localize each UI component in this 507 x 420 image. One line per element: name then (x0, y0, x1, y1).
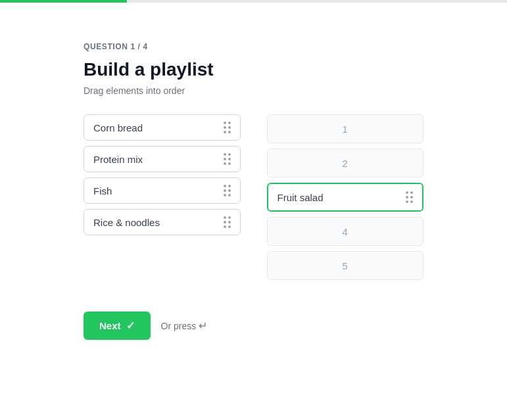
drag-item-label: Protein mix (93, 154, 143, 165)
source-list: Corn bread Protein mix Fish Rice & noodl… (84, 114, 241, 235)
main-content: QUESTION 1 / 4 Build a playlist Drag ele… (0, 3, 507, 379)
press-hint-text: Or press (161, 321, 197, 331)
target-slot-5[interactable]: 5 (267, 251, 424, 280)
drag-item-rice-noodles[interactable]: Rice & noodles (84, 209, 241, 235)
slot-number: 2 (343, 158, 348, 169)
drag-item-label: Fish (93, 185, 112, 197)
drag-item-label: Rice & noodles (93, 217, 160, 228)
progress-bar-fill (0, 0, 127, 3)
drag-handle-icon (224, 216, 231, 228)
slot-number: 5 (343, 260, 348, 271)
enter-icon: ↵ (199, 319, 207, 332)
drag-area: Corn bread Protein mix Fish Rice & noodl… (84, 114, 423, 280)
drag-item-corn-bread[interactable]: Corn bread (84, 114, 241, 141)
slot-number: 4 (343, 226, 348, 237)
next-section: Next ✓ Or press ↵ (84, 312, 423, 340)
target-slot-1[interactable]: 1 (267, 114, 424, 143)
check-icon: ✓ (126, 319, 135, 332)
drag-item-label: Corn bread (93, 122, 143, 133)
slot-number: 1 (343, 124, 348, 135)
drag-item-protein-mix[interactable]: Protein mix (84, 146, 241, 172)
question-title: Build a playlist (84, 59, 423, 80)
drag-handle-icon (406, 191, 413, 203)
target-slot-4[interactable]: 4 (267, 217, 424, 246)
drag-item-fish[interactable]: Fish (84, 177, 241, 204)
press-hint: Or press ↵ (161, 319, 208, 332)
target-slot-3[interactable]: Fruit salad (267, 183, 424, 212)
drag-handle-icon (224, 122, 231, 133)
question-subtitle: Drag elements into order (84, 85, 423, 96)
question-label: QUESTION 1 / 4 (84, 42, 423, 51)
drag-handle-icon (224, 153, 231, 165)
next-button-label: Next (99, 320, 121, 331)
target-list: 1 2 Fruit salad 4 5 (267, 114, 424, 280)
target-slot-2[interactable]: 2 (267, 149, 424, 177)
next-button[interactable]: Next ✓ (84, 312, 151, 340)
slot-value: Fruit salad (278, 192, 324, 203)
progress-bar-container (0, 0, 507, 3)
drag-handle-icon (224, 185, 231, 197)
